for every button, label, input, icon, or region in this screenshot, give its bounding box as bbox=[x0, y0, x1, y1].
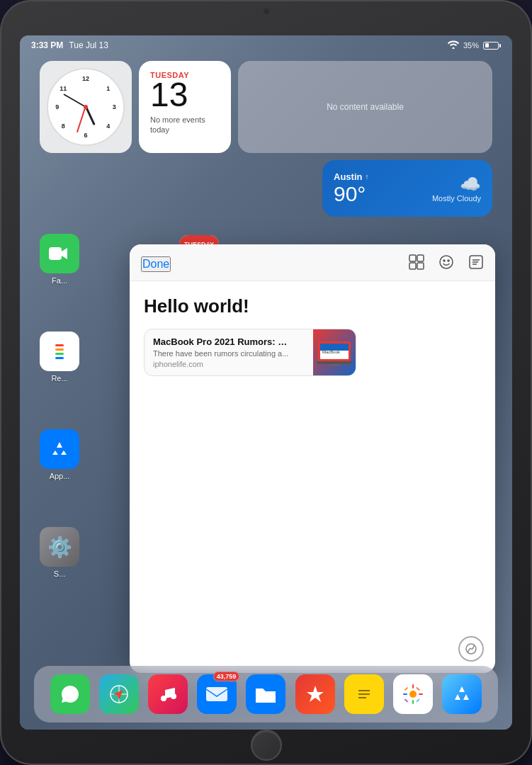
facetime-wrapper[interactable]: Fa... bbox=[40, 234, 79, 285]
reminders-wrapper[interactable]: Re... bbox=[40, 332, 79, 382]
svg-rect-35 bbox=[419, 693, 423, 695]
weather-cloud-icon: ☁️ bbox=[432, 174, 481, 194]
svg-rect-3 bbox=[409, 263, 416, 269]
dock-messages[interactable] bbox=[50, 674, 90, 714]
widget-empty: No content available bbox=[238, 61, 492, 153]
battery-icon bbox=[483, 42, 501, 50]
dock-safari[interactable] bbox=[99, 674, 139, 714]
widget-clock[interactable]: 12 1 3 4 6 8 9 11 bbox=[40, 61, 132, 153]
widget-calendar[interactable]: TUESDAY 13 No more events today bbox=[139, 61, 231, 153]
notes-title: Hello world! bbox=[144, 295, 481, 317]
svg-rect-17 bbox=[329, 364, 339, 366]
svg-rect-37 bbox=[416, 698, 420, 703]
dock-music[interactable] bbox=[148, 674, 188, 714]
home-icons: Fa... Re... bbox=[40, 234, 79, 578]
svg-point-24 bbox=[171, 693, 176, 699]
svg-text:MacBook: MacBook bbox=[322, 350, 341, 354]
dock-photos[interactable] bbox=[393, 674, 433, 714]
svg-point-6 bbox=[443, 260, 445, 261]
front-camera bbox=[264, 8, 269, 14]
notes-emoji-icon[interactable] bbox=[438, 254, 454, 273]
dock-spark[interactable] bbox=[295, 674, 335, 714]
svg-rect-32 bbox=[412, 684, 414, 688]
notes-grid-icon[interactable] bbox=[409, 254, 424, 273]
icon-row-1: Fa... bbox=[40, 234, 79, 285]
icon-row-2: Re... bbox=[40, 332, 79, 382]
widgets-area: 12 1 3 4 6 8 9 11 bbox=[20, 61, 512, 153]
weather-city: Austin ↑ bbox=[334, 171, 368, 182]
settings-wrapper[interactable]: ⚙️ S... bbox=[40, 527, 79, 578]
clock-center bbox=[84, 105, 88, 109]
hour-hand bbox=[85, 106, 96, 125]
settings-label: S... bbox=[54, 570, 66, 578]
svg-marker-22 bbox=[113, 687, 125, 700]
svg-rect-25 bbox=[206, 687, 227, 701]
reminders-label: Re... bbox=[51, 374, 67, 382]
battery-percentage: 35% bbox=[463, 41, 479, 50]
icon-row-3: App... bbox=[40, 429, 79, 480]
svg-rect-36 bbox=[404, 687, 409, 691]
notes-content[interactable]: Hello world! MacBook Pro 2021 Rumors: M.… bbox=[130, 281, 495, 673]
ipad-frame: 3:33 PM Tue Jul 13 35% bbox=[0, 0, 532, 765]
svg-rect-26 bbox=[256, 691, 276, 701]
no-content-text: No content available bbox=[327, 102, 404, 112]
dock-files[interactable] bbox=[246, 674, 285, 714]
weather-left: Austin ↑ 90° bbox=[334, 171, 368, 205]
weather-right: ☁️ Mostly Cloudy bbox=[432, 174, 481, 203]
home-button[interactable] bbox=[251, 730, 282, 761]
link-preview-url: iphonelife.com bbox=[153, 360, 305, 368]
scribble-icon[interactable] bbox=[458, 636, 484, 662]
link-preview-text-area: MacBook Pro 2021 Rumors: M... There have… bbox=[145, 329, 313, 375]
dock-mail[interactable]: 43,759 bbox=[197, 674, 237, 714]
status-time: 3:33 PM bbox=[31, 40, 63, 50]
dock-appstore[interactable] bbox=[442, 674, 482, 714]
svg-point-5 bbox=[440, 256, 453, 268]
svg-rect-2 bbox=[417, 255, 424, 261]
status-bar: 3:33 PM Tue Jul 13 35% bbox=[20, 35, 512, 55]
notes-toolbar: Done bbox=[130, 244, 495, 281]
dock-notes[interactable] bbox=[344, 674, 384, 714]
link-preview-card[interactable]: MacBook Pro 2021 Rumors: M... There have… bbox=[144, 329, 356, 376]
ipad-screen: 3:33 PM Tue Jul 13 35% bbox=[20, 35, 512, 730]
wifi-icon bbox=[448, 40, 459, 51]
svg-point-7 bbox=[448, 260, 449, 261]
reminders-icon[interactable] bbox=[40, 332, 79, 371]
svg-rect-33 bbox=[412, 700, 414, 704]
mail-badge: 43,759 bbox=[213, 672, 240, 681]
notes-overlay[interactable]: Done bbox=[130, 244, 495, 673]
svg-rect-1 bbox=[409, 255, 416, 261]
svg-rect-0 bbox=[49, 247, 62, 260]
facetime-icon[interactable] bbox=[40, 234, 79, 273]
svg-rect-34 bbox=[403, 693, 407, 695]
calendar-event-text: No more events today bbox=[150, 115, 220, 135]
status-date: Tue Jul 13 bbox=[69, 40, 108, 50]
widget-weather[interactable]: Austin ↑ 90° ☁️ Mostly Cloudy bbox=[322, 160, 492, 217]
svg-rect-39 bbox=[416, 687, 420, 691]
notes-edit-icon[interactable] bbox=[468, 254, 484, 273]
link-preview-title: MacBook Pro 2021 Rumors: M... bbox=[153, 336, 288, 347]
minute-hand bbox=[63, 94, 86, 108]
svg-rect-4 bbox=[417, 263, 424, 269]
clock-face: 12 1 3 4 6 8 9 11 bbox=[47, 68, 125, 146]
link-preview-description: There have been rumors circulating a... bbox=[153, 349, 305, 358]
appstore-wrapper[interactable]: App... bbox=[40, 429, 79, 480]
weather-temp: 90° bbox=[334, 182, 368, 205]
dock: 43,759 bbox=[34, 666, 498, 722]
second-hand bbox=[77, 107, 86, 133]
svg-point-31 bbox=[409, 691, 417, 698]
calendar-date: 13 bbox=[150, 78, 220, 112]
settings-icon[interactable]: ⚙️ bbox=[40, 527, 79, 567]
appstore-bg-icon[interactable] bbox=[40, 429, 79, 469]
svg-rect-38 bbox=[404, 698, 409, 703]
link-preview-image: MacBook bbox=[313, 329, 356, 375]
weather-condition: Mostly Cloudy bbox=[432, 194, 481, 203]
svg-rect-16 bbox=[317, 361, 352, 364]
svg-point-23 bbox=[161, 696, 166, 701]
status-right: 35% bbox=[448, 40, 501, 51]
notes-done-button[interactable]: Done bbox=[141, 256, 171, 272]
icon-row-4: ⚙️ S... bbox=[40, 527, 79, 578]
facetime-label: Fa... bbox=[52, 276, 67, 285]
appstore-bg-label: App... bbox=[50, 472, 70, 480]
notes-toolbar-icons bbox=[409, 254, 484, 273]
